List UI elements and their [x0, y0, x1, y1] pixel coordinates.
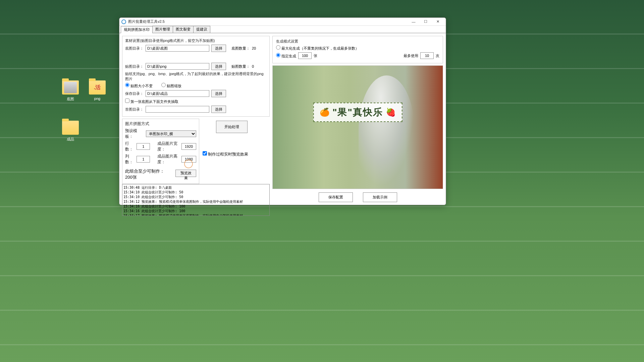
- realtime-preview-checkbox[interactable]: 制作过程实时预览效果: [203, 151, 248, 157]
- close-button[interactable]: ✕: [432, 18, 444, 26]
- rows-input[interactable]: [137, 143, 150, 150]
- preview-button[interactable]: 预览效果: [175, 170, 196, 177]
- folder-badge: .活: [89, 80, 106, 95]
- generation-title: 生成模式设置: [276, 39, 439, 44]
- gen-count-unit: 张: [314, 53, 317, 58]
- height-label: 成品图片高度：: [157, 154, 179, 165]
- max-use-label: 最多使用: [404, 53, 418, 58]
- template-select[interactable]: 单图加水印_横: [146, 130, 196, 137]
- strawberry-icon: 🍓: [386, 108, 396, 117]
- sticker-dir-label: 贴图目录：: [125, 64, 144, 69]
- save-dir-label: 保存目录：: [125, 91, 144, 96]
- maximize-button[interactable]: ☐: [420, 18, 432, 26]
- start-button[interactable]: 开始处理: [216, 121, 248, 133]
- save-config-button[interactable]: 保存配置: [319, 192, 353, 202]
- layout-group: 图片拼图方式 预设模板： 单图加水印_横 行数： 成品图片宽度：: [122, 119, 199, 184]
- desktop-folder-label: 底图: [67, 97, 74, 101]
- height-input[interactable]: [181, 156, 196, 163]
- base-count-value: 20: [252, 46, 256, 50]
- first-dir-label: 首图目录：: [125, 107, 144, 112]
- first-dir-input[interactable]: [146, 106, 209, 113]
- format-hint: 贴纸支持jpg、png、bmp、jpeg格式，为了起到最好的效果，建议使用透明背…: [125, 71, 267, 81]
- sticker-count-value: 0: [252, 64, 254, 68]
- sticker-dir-input[interactable]: [146, 63, 209, 70]
- desktop-folder-png[interactable]: .活 png: [86, 80, 109, 101]
- desktop-folder-base[interactable]: 底图: [59, 80, 82, 102]
- max-use-unit: 次: [436, 53, 439, 58]
- preview-banner: 🍊 "果"真快乐 🍓: [313, 103, 402, 122]
- save-dir-input[interactable]: [146, 90, 209, 97]
- base-dir-select-button[interactable]: 选择: [211, 45, 226, 52]
- load-demo-button[interactable]: 加载示例: [363, 192, 397, 202]
- log-output[interactable]: 15:30:48 运行目录: D:\桌面 15:34:10 此组合统计至少可制作…: [122, 184, 270, 216]
- desktop-folder-output[interactable]: 成品: [59, 121, 82, 142]
- material-title: 素材设置(贴图目录使用png格式图片，留空为不加贴图): [125, 38, 267, 43]
- base-dir-label: 底图目录：: [125, 46, 144, 51]
- sticker-dir-select-button[interactable]: 选择: [211, 63, 226, 70]
- tab-split[interactable]: 图文裂变: [173, 26, 194, 33]
- layout-title: 图片拼图方式: [125, 121, 196, 127]
- base-dir-input[interactable]: [146, 45, 209, 52]
- titlebar[interactable]: 图片批量处理工具v2.5 — ☐ ✕: [119, 18, 446, 26]
- template-label: 预设模板：: [125, 128, 144, 139]
- first-from-folder-checkbox[interactable]: 第一张底图从下面文件夹抽取: [125, 99, 178, 104]
- desktop-folder-label: png: [94, 97, 100, 101]
- tab-feedback[interactable]: 提建议: [193, 26, 210, 33]
- gen-count-input[interactable]: [298, 52, 312, 59]
- cols-label: 列数：: [125, 154, 135, 165]
- tab-watermark[interactable]: 规则拼图加水印: [121, 26, 153, 33]
- app-icon: [121, 19, 126, 24]
- size-keep-radio[interactable]: 贴图大小不变: [125, 83, 153, 88]
- size-scale-radio[interactable]: 贴图缩放: [161, 83, 181, 88]
- tab-bar: 规则拼图加水印 图片整理 图文裂变 提建议: [119, 26, 446, 33]
- desktop-folder-label: 成品: [67, 137, 74, 141]
- width-input[interactable]: [181, 143, 196, 150]
- preview-image: 🍊 "果"真快乐 🍓: [272, 65, 443, 189]
- material-group: 素材设置(贴图目录使用png格式图片，留空为不加贴图) 底图目录： 选择 底图数…: [122, 36, 270, 117]
- minimize-button[interactable]: —: [408, 18, 420, 26]
- rows-label: 行数：: [125, 141, 135, 152]
- first-dir-select-button[interactable]: 选择: [211, 106, 226, 113]
- estimate-text: 此组合至少可制作：200张: [125, 168, 171, 180]
- base-count-label: 底图数量：: [231, 46, 250, 51]
- generation-group: 生成模式设置 最大化生成（不重复的情况下，生成最多张数） 指定生成 张 最多使用…: [272, 36, 443, 63]
- save-dir-select-button[interactable]: 选择: [211, 90, 226, 97]
- max-use-input[interactable]: [420, 52, 434, 59]
- main-window: 图片批量处理工具v2.5 — ☐ ✕ 规则拼图加水印 图片整理 图文裂变 提建议…: [119, 17, 446, 205]
- gen-max-radio[interactable]: 最大化生成（不重复的情况下，生成最多张数）: [276, 45, 359, 51]
- gen-specific-radio[interactable]: 指定生成: [276, 53, 296, 59]
- orange-icon: 🍊: [320, 108, 330, 117]
- sticker-count-label: 贴图数量：: [231, 64, 250, 69]
- banner-text: "果"真快乐: [332, 106, 383, 119]
- width-label: 成品图片宽度：: [157, 141, 179, 152]
- tab-organize[interactable]: 图片整理: [152, 26, 173, 33]
- window-title: 图片批量处理工具v2.5: [128, 19, 408, 24]
- cols-input[interactable]: [137, 156, 150, 163]
